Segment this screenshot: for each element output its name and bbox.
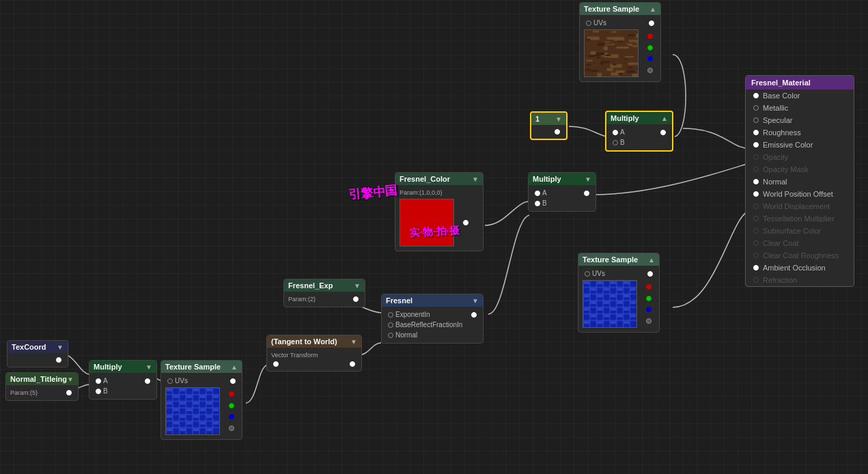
fresnel-normal-pin[interactable] [388, 333, 393, 338]
fresnel-color-out-pin[interactable] [463, 220, 468, 225]
texture-bottom-uvs-pin[interactable] [167, 378, 173, 384]
texture-bottom-uvs: UVs [161, 376, 242, 386]
multiply-mid-out-pin[interactable] [584, 191, 589, 196]
multiply-left-a-pin[interactable] [96, 378, 101, 384]
texture-normal-a-pin[interactable] [646, 318, 652, 324]
constant-1-node: 1 ▼ [530, 111, 568, 140]
material-rows: Base Color Metallic Specular Roughness E… [746, 89, 854, 286]
normal-titleing-node: Normal_Titleing ▼ Param:(5) [5, 372, 79, 401]
material-row-normal: Normal [746, 176, 854, 188]
material-row-opacity-mask: Opacity Mask [746, 163, 854, 176]
multiply-mid-a-pin[interactable] [535, 191, 540, 196]
fresnel-header[interactable]: Fresnel ▼ [382, 294, 483, 307]
multiply-top-b-pin[interactable] [613, 140, 618, 145]
material-metallic-pin[interactable] [753, 105, 759, 111]
texcoord-header[interactable]: TexCoord ▼ [8, 341, 68, 353]
texture-top-title: Texture Sample [584, 5, 639, 13]
roughness-label: Roughness [763, 128, 801, 137]
texture-top-expand[interactable]: ▲ [649, 5, 656, 13]
texture-top-g-pin[interactable] [647, 45, 653, 51]
fresnel-basereflect-pin[interactable] [388, 322, 393, 328]
material-clearcoat-rough-pin[interactable] [753, 253, 759, 258]
material-row-emissive: Emissive Color [746, 139, 854, 151]
texture-normal-expand[interactable]: ▲ [648, 256, 655, 264]
material-clearcoat-pin[interactable] [753, 240, 759, 246]
material-refraction-pin[interactable] [753, 277, 759, 283]
constant-1-header[interactable]: 1 ▼ [531, 113, 566, 125]
multiply-left-header[interactable]: Multiply ▼ [89, 361, 156, 373]
texture-bottom-r-pin[interactable] [229, 391, 234, 397]
texture-bottom-b-pin[interactable] [229, 414, 234, 419]
multiply-mid-header[interactable]: Multiply ▼ [529, 173, 596, 185]
texture-normal-node: Texture Sample ▲ UVs [578, 253, 660, 333]
material-tess-pin[interactable] [753, 216, 759, 221]
texture-bottom-g-pin[interactable] [229, 403, 234, 408]
multiply-mid-expand[interactable]: ▼ [585, 176, 591, 183]
material-worldpos-pin[interactable] [753, 191, 759, 197]
texture-top-header[interactable]: Texture Sample ▲ [580, 3, 660, 15]
constant-1-out-pin[interactable] [555, 129, 560, 135]
material-emissive-pin[interactable] [753, 142, 759, 148]
tangent-transform-in-pin[interactable] [273, 361, 279, 367]
multiply-top-node: Multiply ▲ A B [605, 111, 673, 152]
multiply-top-out-pin[interactable] [660, 130, 666, 135]
tangent-transform-out-pin[interactable] [350, 361, 355, 367]
texture-bottom-a-pin[interactable] [229, 426, 234, 431]
multiply-left-expand[interactable]: ▼ [145, 363, 152, 371]
texture-bottom-header[interactable]: Texture Sample ▲ [161, 361, 242, 373]
texture-top-r-pin[interactable] [647, 33, 653, 39]
fresnel-out-pin[interactable] [471, 312, 477, 318]
fresnel-exp-header[interactable]: Fresnel_Exp ▼ [284, 279, 365, 292]
material-ao-pin[interactable] [753, 265, 759, 270]
texture-top-uvs-pin[interactable] [586, 20, 591, 26]
texture-normal-title: Texture Sample [583, 255, 638, 264]
texture-normal-uvs-pin[interactable] [585, 271, 590, 277]
material-opacity-mask-pin[interactable] [753, 167, 759, 172]
texture-normal-g-pin[interactable] [646, 296, 652, 301]
material-normal-pin[interactable] [753, 179, 759, 184]
constant-1-expand[interactable]: ▼ [555, 115, 562, 123]
fresnel-exp-expand[interactable]: ▼ [354, 282, 361, 290]
multiply-top-a-pin[interactable] [613, 130, 618, 135]
multiply-mid-b-pin[interactable] [535, 201, 540, 206]
fresnel-node: Fresnel ▼ ExponentIn BaseReflectFraction… [381, 294, 484, 344]
texture-top-node: Texture Sample ▲ UVs [579, 2, 661, 82]
normal-titleing-header[interactable]: Normal_Titleing ▼ [6, 373, 78, 385]
material-basecolor-pin[interactable] [753, 93, 759, 98]
multiply-left-b-pin[interactable] [96, 389, 101, 394]
texture-top-a-pin[interactable] [647, 68, 653, 73]
texture-bottom-node: Texture Sample ▲ UVs [160, 360, 242, 440]
texture-normal-out-white[interactable] [647, 271, 653, 277]
texture-normal-b-pin[interactable] [646, 307, 652, 312]
material-subsurface-pin[interactable] [753, 228, 759, 234]
material-roughness-pin[interactable] [753, 130, 759, 135]
fresnel-color-subtitle: Param:(1,0,0,0) [395, 188, 483, 197]
texture-normal-header[interactable]: Texture Sample ▲ [578, 253, 659, 266]
texture-bottom-out-white[interactable] [230, 378, 236, 384]
texcoord-out-pin[interactable] [56, 357, 61, 363]
texcoord-expand[interactable]: ▼ [57, 344, 64, 351]
fresnel-expand[interactable]: ▼ [472, 297, 479, 305]
texture-bottom-expand[interactable]: ▲ [231, 363, 238, 371]
material-opacity-pin[interactable] [753, 154, 759, 160]
fresnel-color-header[interactable]: Fresnel_Color ▼ [395, 173, 483, 185]
tangent-transform-header[interactable]: (Tangent to World) ▼ [267, 335, 361, 348]
tangent-transform-expand[interactable]: ▼ [350, 338, 357, 346]
material-specular-pin[interactable] [753, 117, 759, 123]
fresnel-exponent-pin[interactable] [388, 312, 393, 318]
normal-titleing-out-pin[interactable] [66, 390, 72, 395]
multiply-top-header[interactable]: Multiply ▲ [606, 112, 672, 124]
tangent-transform-io [267, 360, 361, 368]
texture-top-out-white[interactable] [649, 20, 654, 26]
texture-top-b-pin[interactable] [647, 56, 653, 61]
multiply-left-out-pin[interactable] [145, 378, 150, 384]
multiply-left-node: Multiply ▼ A B [89, 360, 157, 400]
fresnel-color-expand[interactable]: ▼ [472, 176, 479, 183]
material-row-world-pos: World Position Offset [746, 188, 854, 200]
material-worlddisp-pin[interactable] [753, 204, 759, 209]
fresnel-exp-out-pin[interactable] [353, 296, 359, 302]
normal-titleing-expand[interactable]: ▼ [67, 376, 74, 383]
texture-normal-r-pin[interactable] [646, 284, 652, 290]
normal-titleing-title: Normal_Titleing [10, 375, 67, 383]
multiply-top-expand[interactable]: ▲ [661, 115, 668, 122]
